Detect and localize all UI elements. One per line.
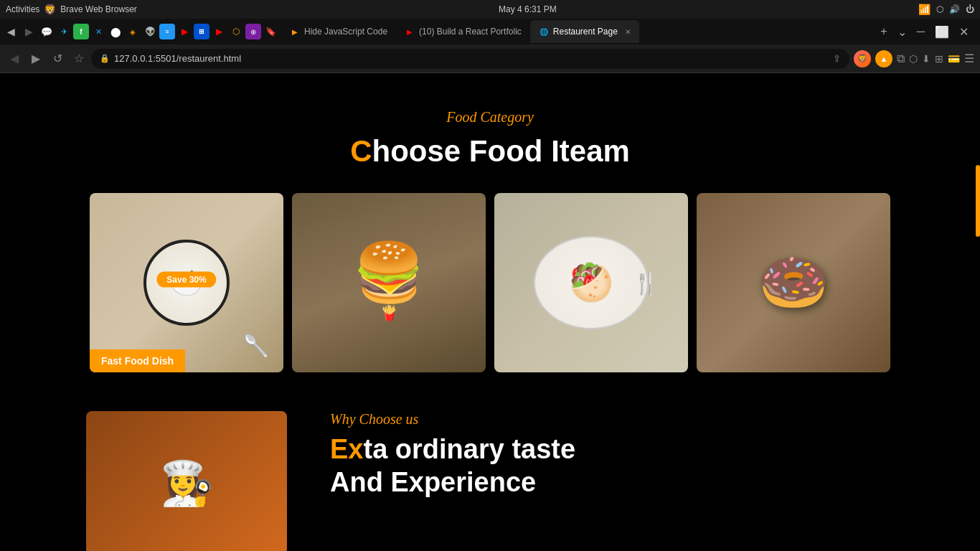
food-card-2[interactable]: 🍔 🍟 <box>292 193 486 372</box>
why-title: Exta ordinary taste And Experience <box>330 433 894 499</box>
save-badge: Save 30% <box>156 272 216 288</box>
title-bar-center: May 4 6:31 PM <box>499 4 557 14</box>
tab-github[interactable]: ⬤ <box>108 24 123 39</box>
tab-feedly[interactable]: f <box>73 24 89 39</box>
scroll-indicator[interactable] <box>976 165 980 237</box>
title-bar-left: Activities 🦁 Brave Web Browser <box>6 4 137 15</box>
wifi-icon: 📶 <box>918 4 930 15</box>
brave-shields-icon[interactable]: 🦁 <box>854 50 871 67</box>
brave-sync-icon[interactable]: ⬡ <box>909 53 918 65</box>
brave-favicon: 🦁 <box>44 4 56 15</box>
tab-hide-js[interactable]: ▶ Hide JavaScript Code <box>281 20 396 43</box>
title-bar: Activities 🦁 Brave Web Browser May 4 6:3… <box>0 0 980 19</box>
lock-icon: 🔒 <box>100 54 110 63</box>
food-card-4[interactable]: 🍩 <box>697 193 890 372</box>
why-title-rest: ta ordinary taste <box>363 434 575 464</box>
reload-button[interactable]: ↺ <box>49 49 67 68</box>
maximize-button[interactable]: ⬜ <box>932 24 952 40</box>
tab-reddit[interactable]: 👽 <box>142 24 158 39</box>
why-section-image: 👩‍🍳 <box>86 411 287 551</box>
category-title: Choose Food Iteam <box>14 134 966 169</box>
tab-react-label: (10) Build a React Portfolic <box>419 27 522 37</box>
tab-restaurant-close[interactable]: ✕ <box>625 28 631 36</box>
tab-hide-js-favicon: ▶ <box>290 27 300 37</box>
category-subtitle: Food Category <box>14 109 966 126</box>
wallet-icon[interactable]: 💳 <box>948 53 960 65</box>
url-text-content: 127.0.0.1:5501/restaurent.html <box>114 53 241 64</box>
activities-label[interactable]: Activities <box>6 4 39 14</box>
tab-devtools[interactable]: ≡ <box>159 24 175 39</box>
page-content: Food Category Choose Food Iteam 🥗 🥄 Save… <box>0 73 980 551</box>
food-card-2-image: 🍔 🍟 <box>292 193 486 372</box>
sidebar-toggle[interactable]: ⊞ <box>935 53 943 65</box>
food-category-section: Food Category Choose Food Iteam <box>0 88 980 176</box>
food-card-1-label: Fast Food Dish <box>90 349 185 372</box>
extensions-icon[interactable]: ⧉ <box>897 52 905 65</box>
datetime-display: May 4 6:31 PM <box>499 4 557 14</box>
bookmark-toggle[interactable]: ☆ <box>71 52 87 65</box>
tab-restaurant-label: Restaurent Page <box>553 27 618 37</box>
why-subtitle: Why Choose us <box>330 411 894 428</box>
why-image-placeholder: 👩‍🍳 <box>86 411 287 551</box>
tab-bookmark[interactable]: 🔖 <box>263 24 278 39</box>
why-title-line2: And Experience <box>330 467 536 497</box>
tab-bar: ◀ ▶ 💬 ✈ f ✕ ⬤ ◈ 👽 ≡ ▶ ⊞ ▶ ⬡ ⊕ 🔖 <box>0 19 980 44</box>
tab-restaurant[interactable]: 🌐 Restaurent Page ✕ <box>530 20 639 43</box>
volume-icon: 🔊 <box>949 4 960 14</box>
category-title-highlight: C <box>350 134 372 168</box>
forward-nav-button[interactable]: ▶ <box>27 49 44 68</box>
tab-x[interactable]: ✕ <box>90 24 106 39</box>
tab-whatsapp[interactable]: 💬 <box>39 24 55 39</box>
back-nav-button[interactable]: ◀ <box>6 49 23 68</box>
why-section: 👩‍🍳 Why Choose us Exta ordinary taste An… <box>0 390 980 551</box>
address-bar[interactable]: 🔒 127.0.0.1:5501/restaurent.html ⇧ <box>91 49 849 69</box>
food-cards-container: 🥗 🥄 Save 30% Fast Food Dish 🍔 🍟 🥙 🍴 🍩 <box>0 176 980 390</box>
tab-telegram[interactable]: ✈ <box>56 24 72 39</box>
tab-youtube[interactable]: ▶ <box>176 24 192 39</box>
tab-extra[interactable]: ⊕ <box>245 24 261 39</box>
browser-title-text: Brave Web Browser <box>60 4 136 14</box>
tab-list-button[interactable]: ⌄ <box>895 24 910 40</box>
tab-trello[interactable]: ⊞ <box>194 24 209 39</box>
food-card-1[interactable]: 🥗 🥄 Save 30% Fast Food Dish <box>90 193 283 372</box>
tab-react-favicon: ▶ <box>405 27 415 37</box>
share-icon[interactable]: ⇧ <box>833 53 841 64</box>
new-tab-button[interactable]: + <box>877 24 890 39</box>
tab-brave2[interactable]: ⬡ <box>228 24 244 39</box>
category-title-normal: hoose Food Iteam <box>372 134 629 168</box>
forward-button[interactable]: ▶ <box>21 23 37 40</box>
why-title-ex: Ex <box>330 434 363 464</box>
tab-hide-js-label: Hide JavaScript Code <box>304 27 387 37</box>
food-card-4-image: 🍩 <box>697 193 890 372</box>
url-display: 127.0.0.1:5501/restaurent.html <box>114 53 829 64</box>
toolbar-right: 🦁 ▲ ⧉ ⬡ ⬇ ⊞ 💳 ☰ <box>854 50 974 67</box>
tab-react-portfolio[interactable]: ▶ (10) Build a React Portfolic <box>396 20 530 43</box>
food-card-3-image: 🥙 🍴 <box>494 193 688 372</box>
download-icon[interactable]: ⬇ <box>922 53 930 65</box>
tab-inoreader[interactable]: ◈ <box>125 24 141 39</box>
close-window-button[interactable]: ✕ <box>956 24 971 40</box>
bluetooth-icon: ⬡ <box>936 4 943 14</box>
minimize-button[interactable]: ─ <box>914 24 928 39</box>
title-bar-right: 📶 ⬡ 🔊 ⏻ <box>918 4 974 15</box>
back-button[interactable]: ◀ <box>3 23 19 40</box>
tabs-container: 💬 ✈ f ✕ ⬤ ◈ 👽 ≡ ▶ ⊞ ▶ ⬡ ⊕ 🔖 ▶ Hide JavaS… <box>39 20 876 43</box>
menu-button[interactable]: ☰ <box>964 52 974 65</box>
brave-rewards-icon[interactable]: ▲ <box>875 50 892 67</box>
toolbar: ◀ ▶ ↺ ☆ 🔒 127.0.0.1:5501/restaurent.html… <box>0 44 980 73</box>
tab-youtube2[interactable]: ▶ <box>211 24 227 39</box>
food-card-3[interactable]: 🥙 🍴 <box>494 193 688 372</box>
power-icon: ⏻ <box>966 4 974 14</box>
tab-actions: + ⌄ ─ ⬜ ✕ <box>877 24 977 40</box>
tab-restaurant-favicon: 🌐 <box>539 27 549 37</box>
why-text-content: Why Choose us Exta ordinary taste And Ex… <box>330 411 894 499</box>
